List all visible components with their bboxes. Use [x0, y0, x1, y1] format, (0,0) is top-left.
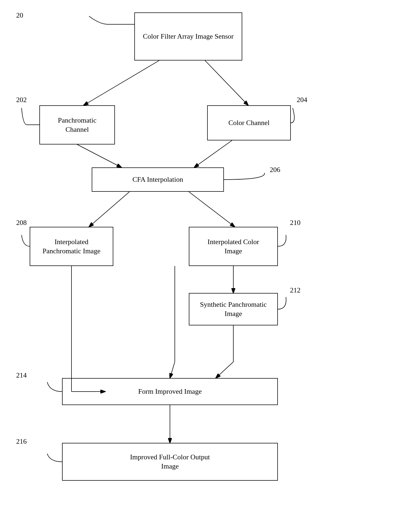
label-202: 202 [16, 96, 27, 104]
diagram-container: 20 Color Filter Array Image Sensor 202 P… [0, 0, 420, 512]
box-improved-output: Improved Full-Color OutputImage [62, 443, 278, 481]
label-210: 210 [290, 219, 301, 227]
box-interpolated-color: Interpolated ColorImage [189, 227, 278, 266]
box-interpolated-pan: InterpolatedPanchromatic Image [30, 227, 113, 266]
label-212: 212 [290, 286, 301, 294]
box-cfa-sensor: Color Filter Array Image Sensor [134, 12, 242, 60]
box-panchromatic-channel: PanchromaticChannel [39, 105, 115, 144]
label-208: 208 [16, 219, 27, 227]
box-cfa-interpolation: CFA Interpolation [92, 167, 224, 192]
label-206: 206 [270, 166, 280, 174]
box-color-channel: Color Channel [207, 105, 291, 140]
svg-line-3 [77, 144, 121, 167]
label-214: 214 [16, 371, 27, 379]
svg-line-6 [189, 192, 235, 227]
svg-line-1 [84, 60, 159, 105]
box-synthetic-pan: Synthetic PanchromaticImage [189, 293, 278, 325]
svg-line-5 [89, 192, 129, 227]
svg-line-2 [205, 60, 248, 105]
svg-line-11 [170, 362, 175, 378]
label-20: 20 [16, 11, 23, 19]
label-204: 204 [297, 96, 307, 104]
box-form-improved: Form Improved Image [62, 378, 278, 405]
label-216: 216 [16, 437, 27, 446]
svg-line-4 [194, 140, 232, 167]
svg-line-13 [216, 362, 233, 378]
